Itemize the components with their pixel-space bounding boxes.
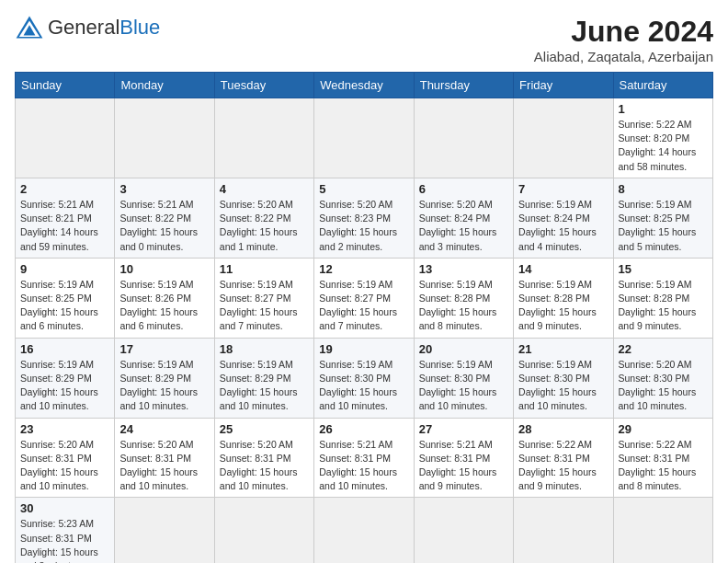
day-info: Sunrise: 5:19 AMSunset: 8:29 PMDaylight:… (119, 358, 209, 414)
day-number: 13 (419, 262, 508, 276)
day-info: Sunrise: 5:23 AMSunset: 8:31 PMDaylight:… (20, 517, 109, 563)
logo-icon (15, 15, 44, 40)
day-info: Sunrise: 5:19 AMSunset: 8:25 PMDaylight:… (619, 198, 708, 254)
calendar-cell (613, 498, 712, 563)
calendar-cell: 4Sunrise: 5:20 AMSunset: 8:22 PMDaylight… (214, 178, 313, 258)
day-number: 24 (119, 422, 209, 436)
day-number: 27 (419, 422, 508, 436)
day-number: 23 (20, 422, 109, 436)
day-number: 3 (119, 182, 209, 196)
day-number: 29 (619, 422, 708, 436)
calendar-cell: 5Sunrise: 5:20 AMSunset: 8:23 PMDaylight… (314, 178, 414, 258)
logo: GeneralBlue (15, 15, 160, 40)
day-number: 18 (220, 342, 309, 356)
day-info: Sunrise: 5:21 AMSunset: 8:21 PMDaylight:… (20, 198, 109, 254)
calendar-cell (115, 498, 214, 563)
day-number: 10 (119, 262, 209, 276)
calendar-cell: 23Sunrise: 5:20 AMSunset: 8:31 PMDayligh… (16, 418, 115, 498)
calendar-week-row: 30Sunrise: 5:23 AMSunset: 8:31 PMDayligh… (16, 498, 713, 563)
day-info: Sunrise: 5:19 AMSunset: 8:29 PMDaylight:… (20, 358, 109, 414)
calendar-header-row: SundayMondayTuesdayWednesdayThursdayFrid… (16, 73, 713, 98)
day-number: 28 (518, 422, 608, 436)
calendar-cell (514, 498, 613, 563)
day-number: 1 (619, 102, 708, 116)
day-number: 6 (419, 182, 508, 196)
calendar-cell: 9Sunrise: 5:19 AMSunset: 8:25 PMDaylight… (16, 258, 115, 338)
calendar-cell: 13Sunrise: 5:19 AMSunset: 8:28 PMDayligh… (414, 258, 513, 338)
calendar-cell (314, 498, 414, 563)
calendar-cell: 16Sunrise: 5:19 AMSunset: 8:29 PMDayligh… (16, 338, 115, 418)
day-info: Sunrise: 5:19 AMSunset: 8:25 PMDaylight:… (20, 278, 109, 334)
weekday-header-wednesday: Wednesday (314, 73, 414, 98)
day-info: Sunrise: 5:20 AMSunset: 8:24 PMDaylight:… (419, 198, 508, 254)
day-number: 11 (220, 262, 309, 276)
calendar-cell: 14Sunrise: 5:19 AMSunset: 8:28 PMDayligh… (514, 258, 613, 338)
day-info: Sunrise: 5:21 AMSunset: 8:31 PMDaylight:… (319, 438, 408, 494)
calendar-week-row: 9Sunrise: 5:19 AMSunset: 8:25 PMDaylight… (16, 258, 713, 338)
day-number: 17 (119, 342, 209, 356)
day-number: 14 (518, 262, 608, 276)
calendar-week-row: 23Sunrise: 5:20 AMSunset: 8:31 PMDayligh… (16, 418, 713, 498)
calendar-cell: 26Sunrise: 5:21 AMSunset: 8:31 PMDayligh… (314, 418, 414, 498)
day-number: 26 (319, 422, 408, 436)
calendar-cell: 25Sunrise: 5:20 AMSunset: 8:31 PMDayligh… (214, 418, 313, 498)
calendar-cell: 2Sunrise: 5:21 AMSunset: 8:21 PMDaylight… (16, 178, 115, 258)
day-number: 25 (220, 422, 309, 436)
day-number: 9 (20, 262, 109, 276)
calendar-cell: 1Sunrise: 5:22 AMSunset: 8:20 PMDaylight… (613, 98, 712, 178)
day-info: Sunrise: 5:20 AMSunset: 8:30 PMDaylight:… (619, 358, 708, 414)
calendar-cell: 7Sunrise: 5:19 AMSunset: 8:24 PMDaylight… (514, 178, 613, 258)
day-info: Sunrise: 5:22 AMSunset: 8:31 PMDaylight:… (518, 438, 608, 494)
calendar-cell: 24Sunrise: 5:20 AMSunset: 8:31 PMDayligh… (115, 418, 214, 498)
logo-blue-text: Blue (119, 16, 160, 39)
day-info: Sunrise: 5:21 AMSunset: 8:22 PMDaylight:… (119, 198, 209, 254)
weekday-header-tuesday: Tuesday (214, 73, 313, 98)
calendar-cell (214, 98, 313, 178)
page-header: GeneralBlue June 2024 Aliabad, Zaqatala,… (15, 15, 713, 64)
calendar-week-row: 2Sunrise: 5:21 AMSunset: 8:21 PMDaylight… (16, 178, 713, 258)
month-year-title: June 2024 (534, 15, 713, 49)
calendar-cell: 19Sunrise: 5:19 AMSunset: 8:30 PMDayligh… (314, 338, 414, 418)
day-number: 20 (419, 342, 508, 356)
calendar-cell: 17Sunrise: 5:19 AMSunset: 8:29 PMDayligh… (115, 338, 214, 418)
calendar-cell: 11Sunrise: 5:19 AMSunset: 8:27 PMDayligh… (214, 258, 313, 338)
weekday-header-monday: Monday (115, 73, 214, 98)
calendar-cell: 12Sunrise: 5:19 AMSunset: 8:27 PMDayligh… (314, 258, 414, 338)
calendar-cell (414, 98, 513, 178)
calendar-cell (314, 98, 414, 178)
calendar-cell: 3Sunrise: 5:21 AMSunset: 8:22 PMDaylight… (115, 178, 214, 258)
day-info: Sunrise: 5:22 AMSunset: 8:31 PMDaylight:… (619, 438, 708, 494)
logo-text: GeneralBlue (48, 17, 160, 38)
day-number: 5 (319, 182, 408, 196)
calendar-cell: 22Sunrise: 5:20 AMSunset: 8:30 PMDayligh… (613, 338, 712, 418)
day-number: 16 (20, 342, 109, 356)
day-number: 7 (518, 182, 608, 196)
weekday-header-sunday: Sunday (16, 73, 115, 98)
day-info: Sunrise: 5:19 AMSunset: 8:26 PMDaylight:… (119, 278, 209, 334)
calendar-cell: 20Sunrise: 5:19 AMSunset: 8:30 PMDayligh… (414, 338, 513, 418)
calendar-cell: 29Sunrise: 5:22 AMSunset: 8:31 PMDayligh… (613, 418, 712, 498)
day-info: Sunrise: 5:19 AMSunset: 8:30 PMDaylight:… (319, 358, 408, 414)
calendar-cell (16, 98, 115, 178)
day-number: 19 (319, 342, 408, 356)
calendar-cell: 8Sunrise: 5:19 AMSunset: 8:25 PMDaylight… (613, 178, 712, 258)
day-info: Sunrise: 5:19 AMSunset: 8:28 PMDaylight:… (518, 278, 608, 334)
day-info: Sunrise: 5:20 AMSunset: 8:31 PMDaylight:… (20, 438, 109, 494)
calendar-table: SundayMondayTuesdayWednesdayThursdayFrid… (15, 72, 713, 563)
calendar-cell: 30Sunrise: 5:23 AMSunset: 8:31 PMDayligh… (16, 498, 115, 563)
day-info: Sunrise: 5:19 AMSunset: 8:27 PMDaylight:… (220, 278, 309, 334)
day-info: Sunrise: 5:22 AMSunset: 8:20 PMDaylight:… (619, 118, 708, 174)
day-info: Sunrise: 5:19 AMSunset: 8:24 PMDaylight:… (518, 198, 608, 254)
calendar-cell (115, 98, 214, 178)
weekday-header-thursday: Thursday (414, 73, 513, 98)
calendar-cell: 27Sunrise: 5:21 AMSunset: 8:31 PMDayligh… (414, 418, 513, 498)
day-number: 21 (518, 342, 608, 356)
day-info: Sunrise: 5:19 AMSunset: 8:28 PMDaylight:… (419, 278, 508, 334)
calendar-cell (414, 498, 513, 563)
day-number: 15 (619, 262, 708, 276)
day-info: Sunrise: 5:20 AMSunset: 8:23 PMDaylight:… (319, 198, 408, 254)
day-number: 30 (20, 501, 109, 515)
logo-general: GeneralBlue (48, 16, 160, 39)
calendar-cell: 28Sunrise: 5:22 AMSunset: 8:31 PMDayligh… (514, 418, 613, 498)
calendar-cell: 10Sunrise: 5:19 AMSunset: 8:26 PMDayligh… (115, 258, 214, 338)
